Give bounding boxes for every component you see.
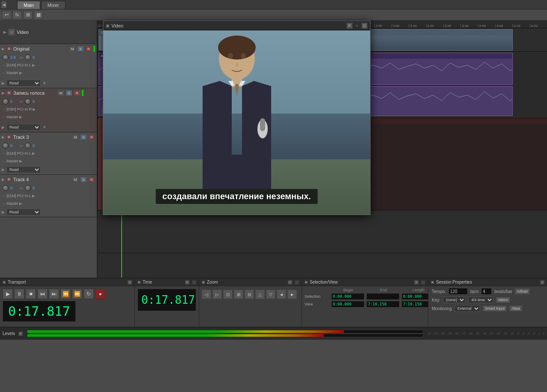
voice-mode-select[interactable]: Read bbox=[6, 124, 41, 131]
voice-pan-knob[interactable] bbox=[25, 99, 31, 105]
expand-video-arrow[interactable]: ▶ bbox=[3, 30, 6, 34]
time-icon: ▣ bbox=[137, 280, 141, 284]
expand-voice[interactable]: ▶ bbox=[2, 91, 5, 95]
alwa-btn[interactable]: Alwa bbox=[509, 305, 522, 311]
tab-main[interactable]: Main bbox=[17, 1, 40, 9]
expand-track4[interactable]: ▶ bbox=[2, 177, 5, 182]
voice-expand-arrow[interactable]: ▶ bbox=[2, 125, 5, 129]
track4-m-btn[interactable]: M bbox=[72, 177, 79, 183]
original-mode-select[interactable]: Read bbox=[6, 80, 41, 87]
session-close[interactable]: × bbox=[540, 280, 544, 284]
original-track-panel: ▶ ⊞ Original M S R 2.8 ⊷ 0 → [01M] PCI I… bbox=[0, 44, 97, 88]
transport-record-btn[interactable]: ● bbox=[95, 289, 105, 299]
track4-expand-arrow[interactable]: ▶ bbox=[2, 210, 5, 214]
expand-original[interactable]: ▶ bbox=[2, 47, 5, 51]
track4-r-btn[interactable]: R bbox=[88, 177, 95, 183]
video-popup-close-btn[interactable]: × bbox=[347, 23, 353, 29]
original-m-btn[interactable]: M bbox=[69, 46, 76, 52]
transport-play-btn[interactable]: ▶ bbox=[3, 289, 13, 299]
original-output-expand[interactable]: ▶ bbox=[19, 71, 22, 75]
zoom-fit-btn[interactable]: ⊞ bbox=[234, 290, 243, 299]
sel-end-input[interactable] bbox=[366, 293, 400, 300]
monitoring-select[interactable]: External bbox=[454, 305, 480, 312]
track3-vol-knob[interactable] bbox=[3, 143, 9, 149]
voice-input-arrow: → bbox=[2, 107, 6, 111]
original-vol-knob[interactable] bbox=[3, 54, 9, 60]
transport-stop-btn[interactable]: ■ bbox=[26, 289, 36, 299]
undo-button[interactable]: ↩ bbox=[2, 11, 11, 19]
track4-s-btn[interactable]: S bbox=[80, 177, 87, 183]
transport-forward-end-btn[interactable]: ⏭ bbox=[49, 289, 59, 299]
track3-mode-select[interactable]: Read bbox=[6, 166, 41, 173]
voice-mode-arrow[interactable]: ▼ bbox=[42, 125, 46, 129]
meter-button[interactable]: ▦ bbox=[34, 11, 43, 19]
voice-r-btn[interactable]: R bbox=[74, 90, 81, 96]
tab-mixer[interactable]: Mixer bbox=[41, 1, 66, 9]
metro-btn[interactable]: Metro bbox=[496, 297, 510, 303]
original-mode-arrow[interactable]: ▼ bbox=[42, 81, 46, 85]
clip-button[interactable]: ⊞ bbox=[23, 11, 33, 19]
track3-s-btn[interactable]: S bbox=[80, 134, 87, 140]
track4-pan-knob[interactable] bbox=[25, 185, 31, 191]
transport-rewind-btn[interactable]: ⏪ bbox=[60, 289, 71, 299]
voice-output-expand[interactable]: ▶ bbox=[19, 115, 22, 119]
zoom-sel-btn[interactable]: ⊟ bbox=[245, 290, 254, 299]
track4-vol-knob[interactable] bbox=[3, 185, 9, 191]
track3-timeline bbox=[98, 210, 547, 253]
sel-begin-input[interactable] bbox=[331, 293, 365, 300]
selection-expand[interactable] bbox=[421, 280, 425, 284]
track3-input-expand[interactable]: ▶ bbox=[32, 151, 35, 156]
beats-input[interactable] bbox=[481, 288, 492, 295]
zoom-prev-btn[interactable]: ◄ bbox=[277, 290, 286, 299]
track4-mode-select[interactable]: Read bbox=[6, 209, 41, 215]
voice-s-btn[interactable]: S bbox=[66, 90, 72, 96]
smart-input-btn[interactable]: Smart Input bbox=[483, 305, 507, 311]
ruler-mark: 2:50 bbox=[374, 24, 392, 28]
expand-track3[interactable]: ▶ bbox=[2, 135, 5, 139]
zoom-in-vert-btn[interactable]: ▽ bbox=[266, 290, 275, 299]
zoom-out-vert-btn[interactable]: △ bbox=[255, 290, 265, 299]
original-pan-knob[interactable] bbox=[25, 54, 31, 60]
track3-expand-arrow[interactable]: ▶ bbox=[2, 168, 5, 172]
zoom-full-btn[interactable]: ⊡ bbox=[223, 290, 233, 299]
track4-output-expand[interactable]: ▶ bbox=[19, 201, 22, 206]
zoom-next-btn[interactable]: ► bbox=[287, 290, 297, 299]
original-input-expand[interactable]: ▶ bbox=[32, 63, 35, 67]
transport-rewind-end-btn[interactable]: ⏮ bbox=[37, 289, 48, 299]
zoom-in-hor-btn[interactable]: ▷ bbox=[212, 290, 222, 299]
zoom-expand[interactable] bbox=[295, 280, 299, 284]
transport-close[interactable]: × bbox=[128, 280, 132, 284]
time-expand[interactable] bbox=[192, 280, 196, 284]
voice-m-btn[interactable]: M bbox=[57, 90, 64, 96]
selection-close[interactable]: × bbox=[414, 280, 418, 284]
transport-loop-btn[interactable]: ↻ bbox=[84, 289, 94, 299]
video-popup-tab-close[interactable]: × bbox=[356, 24, 358, 28]
levels-close[interactable]: × bbox=[18, 332, 23, 336]
original-s-btn[interactable]: S bbox=[77, 46, 84, 52]
original-r-btn[interactable]: R bbox=[85, 46, 92, 52]
side-arrow-left[interactable]: ◀ bbox=[1, 1, 7, 9]
view-begin-input[interactable] bbox=[331, 301, 365, 308]
view-end-input[interactable] bbox=[366, 301, 400, 308]
time-sig-select[interactable]: 4/4 time bbox=[468, 296, 493, 303]
track3-output-expand[interactable]: ▶ bbox=[19, 159, 22, 163]
transport-pause-btn[interactable]: ⏸ bbox=[14, 289, 24, 299]
track4-input-expand[interactable]: ▶ bbox=[32, 194, 35, 198]
tempo-input[interactable] bbox=[448, 288, 468, 295]
ruler-mark: 4:20 bbox=[530, 24, 547, 28]
voice-vol-knob[interactable] bbox=[3, 99, 9, 105]
time-header: ▣ Time × bbox=[135, 278, 199, 286]
voice-input-expand[interactable]: ▶ bbox=[33, 107, 36, 111]
track3-m-btn[interactable]: M bbox=[72, 134, 79, 140]
track3-pan-knob[interactable] bbox=[25, 143, 31, 149]
time-close[interactable]: × bbox=[185, 280, 189, 284]
transport-forward-btn[interactable]: ⏩ bbox=[72, 289, 82, 299]
zoom-close[interactable]: × bbox=[288, 280, 292, 284]
video-popup-expand-btn[interactable]: ⊡ bbox=[362, 23, 368, 29]
key-select[interactable]: (none) bbox=[443, 296, 466, 303]
original-expand-arrow[interactable]: ▶ bbox=[2, 81, 5, 85]
track3-r-btn[interactable]: R bbox=[88, 134, 95, 140]
fx-button[interactable]: fx bbox=[12, 11, 22, 19]
advan-btn[interactable]: Advan bbox=[515, 288, 530, 294]
zoom-out-hor-btn[interactable]: ◁ bbox=[202, 290, 211, 299]
